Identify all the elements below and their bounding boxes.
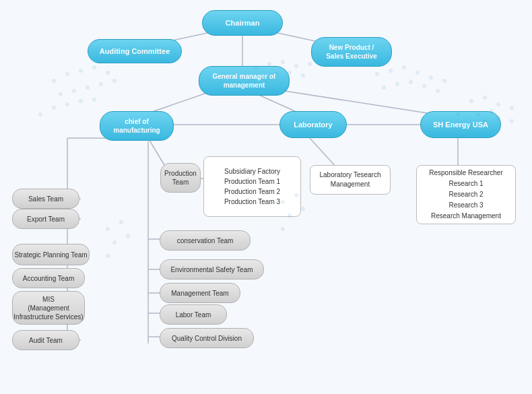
svg-point-64	[106, 254, 110, 258]
chairman-node: Chairman	[202, 10, 283, 36]
auditing-node: Auditing Committee	[88, 39, 182, 63]
svg-point-31	[72, 89, 76, 93]
svg-point-55	[382, 86, 386, 90]
chief-node: chief of manufacturing	[100, 111, 174, 141]
svg-point-27	[79, 69, 83, 73]
svg-point-44	[308, 62, 312, 66]
sh-energy-node: SH Energy USA	[420, 111, 501, 138]
svg-point-25	[52, 79, 56, 83]
svg-point-33	[99, 82, 103, 86]
svg-point-43	[294, 64, 298, 68]
svg-point-59	[436, 89, 440, 93]
svg-point-36	[65, 102, 69, 106]
sh-details-node: Responsible Researcher Research 1 Resear…	[416, 165, 516, 224]
svg-point-80	[510, 119, 514, 123]
svg-point-63	[126, 234, 130, 238]
svg-point-69	[281, 227, 285, 231]
svg-point-32	[86, 86, 90, 90]
gm-node: General manager of management	[199, 66, 290, 96]
accounting-node: Accounting Team	[12, 268, 85, 288]
svg-point-70	[469, 99, 473, 103]
svg-point-30	[59, 92, 63, 96]
env-safety-node: Environmental Safety Team	[160, 259, 264, 280]
lab-research-node: Laboratory Tesearch Management	[310, 165, 391, 195]
svg-point-37	[79, 99, 83, 103]
quality-node: Quality Control Division	[160, 328, 254, 348]
svg-point-71	[483, 96, 487, 100]
svg-point-29	[106, 71, 110, 75]
svg-point-58	[422, 84, 426, 88]
svg-point-28	[92, 65, 96, 69]
svg-point-57	[409, 80, 413, 84]
conservation-node: conservation Team	[160, 230, 251, 251]
svg-point-35	[52, 106, 56, 110]
svg-point-48	[301, 73, 305, 77]
org-chart: Chairman Auditing Committee New Product …	[0, 0, 532, 394]
svg-point-56	[395, 82, 399, 86]
svg-point-72	[496, 102, 500, 106]
svg-point-50	[389, 69, 393, 73]
svg-point-61	[119, 220, 123, 224]
management-team-node: Management Team	[160, 283, 240, 303]
svg-point-62	[112, 240, 117, 244]
svg-point-73	[510, 106, 514, 110]
svg-point-49	[375, 72, 379, 76]
svg-point-39	[38, 112, 42, 117]
production-team-node: Production Team	[160, 163, 201, 193]
mis-node: MIS (Management Infrastructure Services)	[12, 291, 85, 325]
svg-point-26	[65, 72, 69, 76]
svg-point-42	[281, 60, 285, 64]
svg-point-54	[442, 79, 446, 83]
export-node: Export Team	[12, 209, 79, 229]
labor-node: Labor Team	[160, 304, 227, 325]
svg-point-68	[301, 207, 305, 211]
strategic-node: Strategic Planning Team	[12, 244, 90, 265]
svg-point-60	[106, 227, 110, 231]
sales-node: Sales Team	[12, 189, 79, 209]
subsidiary-node: Subsidiary Factory Production Team 1 Pro…	[203, 156, 301, 217]
svg-point-53	[429, 75, 433, 79]
svg-point-34	[112, 79, 117, 83]
svg-point-52	[415, 71, 420, 75]
svg-point-38	[92, 98, 96, 102]
audit-node: Audit Team	[12, 330, 79, 350]
newproduct-node: New Product / Sales Executive	[311, 37, 392, 67]
svg-point-51	[402, 65, 406, 69]
laboratory-node: Laboratory	[279, 111, 347, 138]
